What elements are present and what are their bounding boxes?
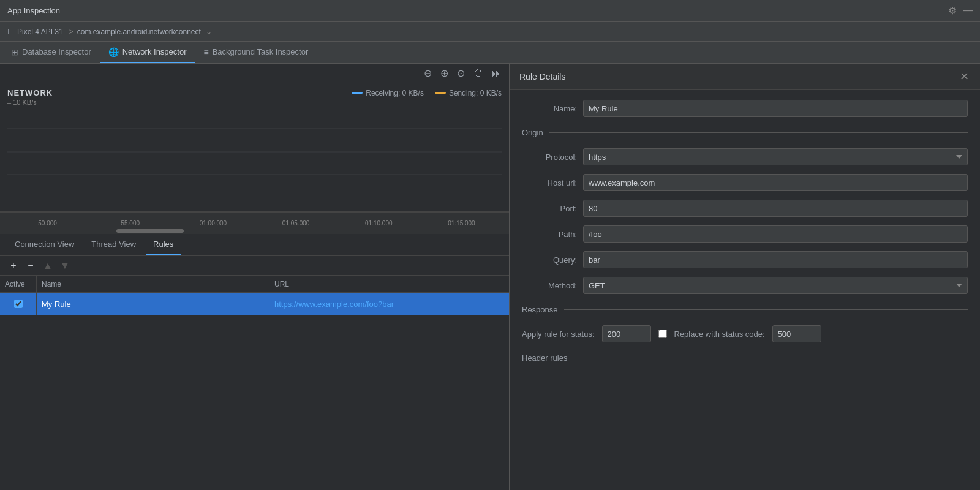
rule-details-title: Rule Details	[519, 72, 565, 81]
network-legend: Receiving: 0 KB/s Sending: 0 KB/s	[352, 89, 502, 97]
apply-rule-label: Apply rule for status:	[522, 330, 595, 339]
sending-legend: Sending: 0 KB/s	[435, 89, 502, 97]
path-input[interactable]	[583, 225, 968, 243]
sub-tab-thread[interactable]: Thread View	[84, 234, 143, 255]
header-rules-label: Header rules	[522, 353, 567, 363]
rule-url-cell: https://www.example.com/foo?bar	[270, 293, 509, 315]
tab-background-label: Background Task Inspector	[213, 47, 309, 56]
port-input[interactable]	[583, 200, 968, 217]
zoom-in-button[interactable]: ⊕	[438, 66, 451, 80]
method-select[interactable]: GET POST PUT DELETE ANY	[583, 277, 968, 294]
query-input[interactable]	[583, 251, 968, 268]
path-field-row: Path:	[522, 225, 968, 243]
timeline-bar: 50.000 55.000 01:00.000 01:05.000 01:10.…	[0, 212, 509, 234]
network-header: NETWORK Receiving: 0 KB/s Sending: 0 KB/…	[7, 88, 502, 97]
header-name: Name	[37, 276, 270, 292]
table-header: Active Name URL	[0, 276, 509, 293]
main-area: ⊖ ⊕ ⊙ ⏱ ⏭ NETWORK Receiving: 0 KB/s Send…	[0, 64, 980, 490]
response-label: Response	[522, 305, 558, 314]
device-icon: ☐	[7, 28, 14, 36]
rule-name-cell: My Rule	[37, 293, 270, 315]
sending-label: Sending: 0 KB/s	[449, 89, 502, 97]
main-tabs: ⊞ Database Inspector 🌐 Network Inspector…	[0, 42, 980, 64]
table-row[interactable]: My Rule https://www.example.com/foo?bar	[0, 293, 509, 315]
name-field-row: Name:	[522, 100, 968, 117]
receiving-dot	[352, 92, 363, 94]
tick-5: 01:15.000	[420, 220, 503, 227]
tick-3: 01:05.000	[255, 220, 337, 227]
title-bar: App Inspection ⚙ —	[0, 0, 980, 22]
port-field-row: Port:	[522, 200, 968, 217]
skip-button[interactable]: ⏭	[489, 67, 504, 80]
header-active: Active	[0, 276, 37, 292]
network-title: NETWORK	[7, 88, 53, 97]
minimize-icon[interactable]: —	[963, 5, 973, 17]
rule-details-header: Rule Details ✕	[510, 64, 980, 90]
rules-toolbar: + − ▲ ▼	[0, 256, 509, 276]
tick-4: 01:10.000	[337, 220, 420, 227]
dropdown-icon[interactable]: ⌄	[206, 28, 212, 36]
origin-label: Origin	[522, 128, 543, 137]
tick-1: 55.000	[89, 220, 172, 227]
move-up-button[interactable]: ▲	[40, 258, 55, 273]
tick-2: 01:00.000	[172, 220, 254, 227]
separator: >	[69, 28, 74, 36]
name-input[interactable]	[583, 100, 968, 117]
header-url: URL	[270, 276, 509, 292]
reset-zoom-button[interactable]: ⊙	[454, 66, 467, 80]
rule-details-body: Name: Origin Protocol: https http any Ho…	[510, 90, 980, 375]
timeline-scrollbar[interactable]	[116, 229, 184, 233]
left-panel: ⊖ ⊕ ⊙ ⏱ ⏭ NETWORK Receiving: 0 KB/s Send…	[0, 64, 510, 490]
tab-background[interactable]: ≡ Background Task Inspector	[195, 42, 317, 63]
rules-table: Active Name URL My Rule https://www.exam…	[0, 276, 509, 490]
device-bar: ☐ Pixel 4 API 31 > com.example.android.n…	[0, 22, 980, 42]
query-field-row: Query:	[522, 251, 968, 268]
rules-label: Rules	[153, 239, 173, 249]
close-rule-details-button[interactable]: ✕	[959, 70, 970, 83]
protocol-select[interactable]: https http any	[583, 148, 968, 165]
tab-network-label: Network Inspector	[123, 47, 187, 56]
receiving-label: Receiving: 0 KB/s	[366, 89, 424, 97]
chart-canvas	[7, 106, 502, 198]
background-icon: ≡	[204, 47, 209, 57]
replace-status-checkbox[interactable]	[658, 330, 667, 338]
network-svg	[7, 106, 502, 198]
time-button[interactable]: ⏱	[471, 67, 486, 80]
tick-0: 50.000	[6, 220, 89, 227]
network-icon: 🌐	[108, 47, 119, 57]
replace-with-input[interactable]	[772, 325, 821, 342]
response-row: Apply rule for status: Replace with stat…	[522, 325, 968, 342]
apply-rule-input[interactable]	[602, 325, 651, 342]
response-line	[564, 309, 968, 310]
connection-view-label: Connection View	[15, 239, 74, 249]
app-name: com.example.android.networkconnect	[77, 28, 201, 36]
protocol-field-row: Protocol: https http any	[522, 148, 968, 165]
sub-tab-rules[interactable]: Rules	[146, 234, 181, 255]
origin-line	[549, 132, 968, 133]
port-label: Port:	[522, 204, 577, 213]
move-down-button[interactable]: ▼	[58, 258, 72, 273]
rule-url-text: https://www.example.com/foo?bar	[274, 300, 394, 309]
rule-active-checkbox[interactable]	[14, 300, 23, 308]
header-rules-section: Header rules	[522, 353, 968, 363]
header-rules-line	[573, 358, 968, 358]
thread-view-label: Thread View	[91, 239, 136, 249]
settings-icon[interactable]: ⚙	[948, 5, 957, 17]
rule-name-text: My Rule	[42, 300, 71, 309]
path-label: Path:	[522, 230, 577, 239]
remove-rule-button[interactable]: −	[23, 258, 38, 273]
sub-tab-connection[interactable]: Connection View	[7, 234, 81, 255]
tab-network[interactable]: 🌐 Network Inspector	[100, 42, 195, 63]
tab-database[interactable]: ⊞ Database Inspector	[2, 42, 100, 63]
zoom-out-button[interactable]: ⊖	[421, 66, 434, 80]
protocol-label: Protocol:	[522, 153, 577, 162]
add-rule-button[interactable]: +	[6, 258, 21, 273]
name-label: Name:	[522, 104, 577, 113]
right-panel: Rule Details ✕ Name: Origin Protocol: ht…	[510, 64, 980, 490]
app-title: App Inspection	[7, 6, 60, 15]
receiving-legend: Receiving: 0 KB/s	[352, 89, 424, 97]
network-scale: – 10 KB/s	[7, 99, 502, 106]
title-bar-controls: ⚙ —	[948, 5, 973, 17]
host-url-input[interactable]	[583, 174, 968, 191]
response-section: Response	[522, 305, 968, 314]
